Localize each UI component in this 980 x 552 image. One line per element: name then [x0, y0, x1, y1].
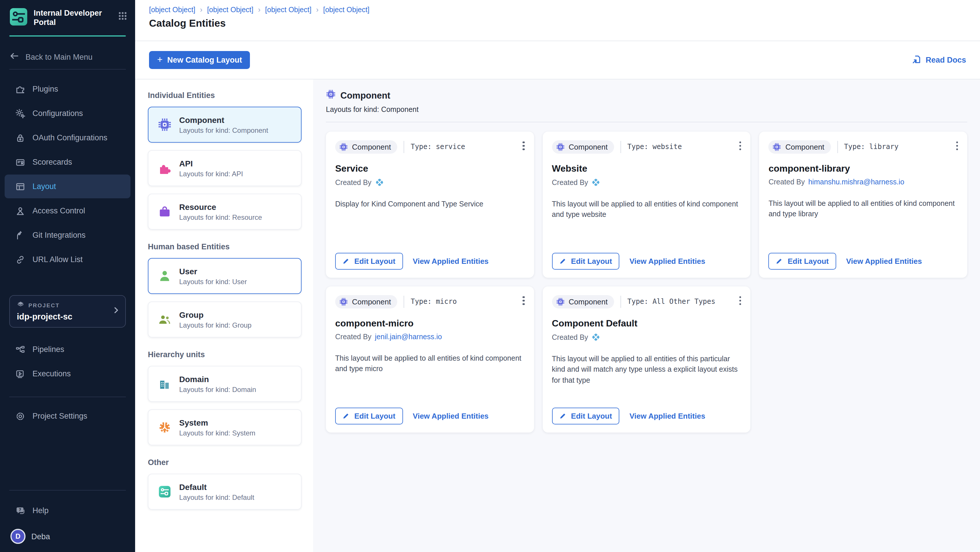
user-menu[interactable]: D Deba	[0, 523, 135, 547]
breadcrumb-item[interactable]: [object Object]	[196, 6, 253, 14]
sidebar-item[interactable]: URL Allow List	[5, 248, 130, 272]
type-label: Type: library	[837, 141, 899, 153]
kebab-menu-icon[interactable]	[520, 294, 527, 308]
view-applied-entities-link[interactable]: View Applied Entities	[630, 257, 705, 266]
entity-kind-title: API	[179, 159, 243, 168]
entity-kind-desc: Layouts for kind: Default	[179, 493, 254, 501]
breadcrumb-item[interactable]: [object Object]	[312, 6, 369, 14]
harness-logo-icon	[375, 178, 383, 187]
executions-icon	[15, 369, 25, 379]
created-by-author-link[interactable]: himanshu.mishra@harness.io	[808, 178, 904, 186]
sidebar-item[interactable]: Configurations	[5, 102, 130, 126]
entity-kind-card[interactable]: API Layouts for kind: API	[148, 150, 302, 186]
view-applied-entities-link[interactable]: View Applied Entities	[413, 257, 489, 266]
type-label: Type: micro	[404, 296, 457, 308]
edit-layout-button[interactable]: Edit Layout	[552, 253, 620, 270]
entity-kind-card[interactable]: Component Layouts for kind: Component	[148, 107, 302, 143]
entity-section-heading: Human based Entities	[148, 242, 302, 251]
entity-kind-desc: Layouts for kind: API	[179, 170, 243, 178]
oauth-icon	[15, 133, 25, 143]
sidebar-item-project-settings[interactable]: Project Settings	[5, 404, 130, 428]
sidebar-item[interactable]: Pipelines	[5, 338, 130, 361]
entity-kind-title: Domain	[179, 374, 256, 383]
avatar: D	[10, 529, 25, 544]
edit-layout-button[interactable]: Edit Layout	[768, 253, 837, 270]
access-icon	[15, 206, 25, 216]
sidebar-item-label: URL Allow List	[32, 255, 83, 264]
app-grid-icon[interactable]	[118, 8, 127, 22]
layers-icon	[17, 301, 24, 310]
component-chip-icon	[326, 89, 336, 102]
sidebar-item[interactable]: Access Control	[5, 199, 130, 223]
layout-title: component-library	[768, 164, 958, 174]
back-to-main-menu[interactable]: Back to Main Menu	[0, 45, 135, 69]
plugins-icon	[15, 84, 25, 94]
api-icon	[158, 161, 172, 175]
sidebar-item[interactable]: Plugins	[5, 77, 130, 101]
scorecards-icon	[15, 157, 25, 167]
layout-description: This layout will be applied to all entit…	[768, 198, 958, 220]
created-by-label: Created By	[552, 333, 588, 341]
plus-icon: +	[157, 56, 163, 64]
sidebar-item[interactable]: Git Integrations	[5, 224, 130, 247]
git-icon	[15, 230, 25, 241]
sidebar-item-help[interactable]: ? Help	[5, 499, 130, 522]
app-window: Internal Developer Portal Back to Main M…	[0, 0, 980, 552]
entity-kind-card[interactable]: User Layouts for kind: User	[148, 258, 302, 294]
default-icon	[158, 485, 172, 499]
created-by-author-link[interactable]: jenil.jain@harness.io	[375, 333, 442, 341]
entity-kind-card[interactable]: Resource Layouts for kind: Resource	[148, 194, 302, 230]
page-header: [object Object] [object Object] [object …	[135, 0, 980, 41]
sidebar-item-label: Project Settings	[32, 412, 87, 421]
sidebar-item[interactable]: Executions	[5, 362, 130, 386]
sidebar-item-label: Layout	[32, 182, 56, 191]
type-label: Type: website	[620, 141, 682, 153]
user-icon	[158, 269, 172, 283]
edit-layout-button[interactable]: Edit Layout	[335, 253, 403, 270]
entity-kind-card[interactable]: Group Layouts for kind: Group	[148, 302, 302, 337]
sidebar: Internal Developer Portal Back to Main M…	[0, 0, 135, 552]
teal-accent-rule	[9, 35, 126, 37]
kind-badge: Component	[768, 140, 831, 154]
sidebar-item[interactable]: Layout	[5, 175, 130, 199]
resource-icon	[158, 205, 172, 219]
layout-card: Component Type: micro component-micro Cr…	[326, 286, 534, 433]
pencil-icon	[559, 256, 567, 266]
breadcrumb-item[interactable]: [object Object]	[253, 6, 312, 14]
layout-description: Display for Kind Component and Type Serv…	[335, 199, 525, 210]
entity-section: Human based Entities User Layouts for ki…	[148, 242, 302, 337]
kebab-menu-icon[interactable]	[737, 139, 744, 153]
sidebar-item[interactable]: OAuth Configurations	[5, 126, 130, 150]
view-applied-entities-link[interactable]: View Applied Entities	[846, 257, 922, 266]
kebab-menu-icon[interactable]	[954, 139, 960, 153]
view-applied-entities-link[interactable]: View Applied Entities	[630, 412, 705, 420]
entity-kind-card[interactable]: System Layouts for kind: System	[148, 409, 302, 445]
kebab-menu-icon[interactable]	[520, 139, 527, 153]
read-docs-link[interactable]: Read Docs	[912, 54, 966, 66]
sidebar-item[interactable]: Scorecards	[5, 151, 130, 174]
group-icon	[158, 313, 172, 326]
kebab-menu-icon[interactable]	[737, 294, 744, 308]
entity-section-heading: Hierarchy units	[148, 350, 302, 359]
sidebar-item-label: Scorecards	[32, 158, 72, 167]
kind-badge-label: Component	[569, 297, 608, 306]
section-title: Component	[340, 90, 390, 100]
harness-logo-icon	[592, 333, 600, 342]
system-icon	[158, 420, 172, 434]
entity-kind-title: Default	[179, 482, 254, 492]
view-applied-entities-link[interactable]: View Applied Entities	[413, 412, 489, 420]
edit-layout-button[interactable]: Edit Layout	[335, 407, 403, 425]
entity-kind-title: Component	[179, 115, 268, 124]
sidebar-divider	[9, 69, 126, 70]
brand-row: Internal Developer Portal	[0, 0, 135, 28]
project-selector[interactable]: PROJECT idp-project-sc	[9, 296, 126, 328]
edit-layout-button[interactable]: Edit Layout	[552, 407, 620, 425]
entity-kind-card[interactable]: Domain Layouts for kind: Domain	[148, 366, 302, 402]
sidebar-item-label: Pipelines	[32, 345, 64, 354]
new-catalog-layout-button[interactable]: + New Catalog Layout	[149, 51, 250, 69]
kind-badge: Component	[552, 295, 614, 309]
entity-kind-card[interactable]: Default Layouts for kind: Default	[148, 474, 302, 510]
project-name: idp-project-sc	[17, 312, 111, 321]
breadcrumb-item[interactable]: [object Object]	[149, 6, 196, 14]
layout-card: Component Type: website Website Created …	[542, 132, 750, 278]
